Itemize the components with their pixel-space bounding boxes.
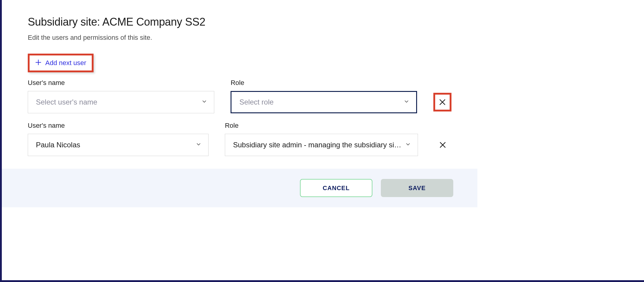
chevron-down-icon	[405, 141, 411, 149]
role-placeholder: Select role	[239, 98, 273, 106]
add-next-user-button[interactable]: Add next user	[28, 54, 94, 72]
role-label: Role	[225, 122, 418, 130]
save-button[interactable]: SAVE	[381, 179, 453, 197]
user-name-label: User's name	[28, 79, 214, 87]
chevron-down-icon	[201, 99, 207, 106]
cancel-button[interactable]: CANCEL	[300, 179, 372, 197]
user-name-value: Paula Nicolas	[36, 141, 192, 149]
page-title: Subsidiary site: ACME Company SS2	[28, 16, 451, 28]
user-rows: User's name Select user's name Role Sele…	[28, 79, 451, 156]
user-name-placeholder: Select user's name	[36, 98, 97, 106]
chevron-down-icon	[403, 99, 410, 106]
plus-icon	[35, 59, 42, 67]
role-select[interactable]: Subsidiary site admin - managing the sub…	[225, 134, 418, 156]
user-name-select[interactable]: Select user's name	[28, 91, 214, 113]
role-label: Role	[231, 79, 417, 87]
remove-row-button[interactable]	[433, 93, 451, 111]
user-name-label: User's name	[28, 122, 209, 130]
chevron-down-icon	[196, 141, 202, 149]
add-next-user-label: Add next user	[45, 59, 86, 67]
page-subtitle: Edit the users and permissions of this s…	[28, 34, 451, 42]
user-name-select[interactable]: Paula Nicolas	[28, 134, 209, 156]
role-value: Subsidiary site admin - managing the sub…	[233, 141, 401, 149]
user-row: User's name Paula Nicolas Role Subsidiar…	[28, 122, 451, 156]
remove-row-button[interactable]	[434, 136, 451, 154]
user-row: User's name Select user's name Role Sele…	[28, 79, 451, 113]
role-select[interactable]: Select role	[231, 91, 417, 113]
footer-actions: CANCEL SAVE	[2, 169, 477, 207]
